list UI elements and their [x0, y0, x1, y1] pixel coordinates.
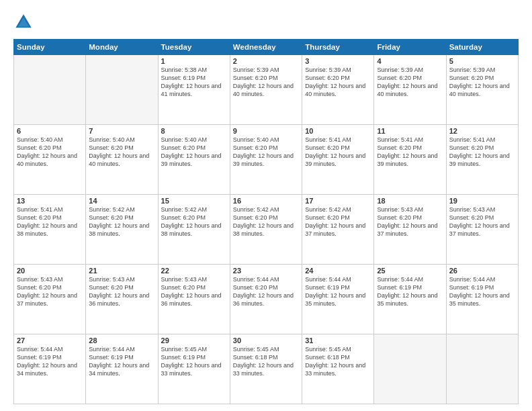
- day-number: 15: [161, 197, 227, 205]
- day-number: 12: [449, 127, 515, 135]
- day-info: Sunrise: 5:42 AM Sunset: 6:20 PM Dayligh…: [305, 205, 371, 238]
- calendar-cell: 24Sunrise: 5:44 AM Sunset: 6:19 PM Dayli…: [302, 265, 374, 334]
- calendar-cell: 6Sunrise: 5:40 AM Sunset: 6:20 PM Daylig…: [14, 125, 86, 195]
- day-number: 1: [161, 57, 227, 65]
- day-number: 20: [17, 267, 83, 275]
- day-number: 8: [161, 127, 227, 135]
- day-info: Sunrise: 5:42 AM Sunset: 6:20 PM Dayligh…: [161, 205, 227, 238]
- calendar-header-tuesday: Tuesday: [158, 40, 230, 55]
- day-info: Sunrise: 5:43 AM Sunset: 6:20 PM Dayligh…: [89, 275, 154, 308]
- day-info: Sunrise: 5:45 AM Sunset: 6:18 PM Dayligh…: [233, 345, 299, 378]
- calendar-cell: 15Sunrise: 5:42 AM Sunset: 6:20 PM Dayli…: [158, 195, 230, 265]
- day-info: Sunrise: 5:44 AM Sunset: 6:19 PM Dayligh…: [17, 345, 83, 378]
- day-info: Sunrise: 5:38 AM Sunset: 6:19 PM Dayligh…: [161, 66, 227, 99]
- day-info: Sunrise: 5:40 AM Sunset: 6:20 PM Dayligh…: [233, 136, 299, 169]
- day-number: 29: [161, 336, 227, 345]
- day-info: Sunrise: 5:43 AM Sunset: 6:20 PM Dayligh…: [161, 275, 227, 308]
- calendar-header-sunday: Sunday: [14, 40, 86, 55]
- calendar-week-1: 6Sunrise: 5:40 AM Sunset: 6:20 PM Daylig…: [14, 125, 519, 195]
- calendar-cell: 13Sunrise: 5:41 AM Sunset: 6:20 PM Dayli…: [14, 195, 86, 265]
- day-number: 26: [449, 267, 515, 275]
- logo: [13, 12, 36, 32]
- day-info: Sunrise: 5:39 AM Sunset: 6:20 PM Dayligh…: [377, 66, 443, 99]
- day-info: Sunrise: 5:44 AM Sunset: 6:19 PM Dayligh…: [89, 345, 154, 378]
- calendar-week-4: 27Sunrise: 5:44 AM Sunset: 6:19 PM Dayli…: [14, 334, 519, 404]
- calendar-cell: 9Sunrise: 5:40 AM Sunset: 6:20 PM Daylig…: [230, 125, 302, 195]
- day-number: 5: [449, 57, 515, 65]
- day-number: 31: [305, 336, 371, 345]
- calendar-cell: [374, 334, 446, 404]
- calendar-cell: 17Sunrise: 5:42 AM Sunset: 6:20 PM Dayli…: [302, 195, 374, 265]
- page: SundayMondayTuesdayWednesdayThursdayFrid…: [0, 0, 532, 411]
- calendar-header-thursday: Thursday: [302, 40, 374, 55]
- day-number: 19: [449, 197, 515, 205]
- day-info: Sunrise: 5:41 AM Sunset: 6:20 PM Dayligh…: [449, 136, 515, 169]
- calendar-cell: 16Sunrise: 5:42 AM Sunset: 6:20 PM Dayli…: [230, 195, 302, 265]
- day-number: 11: [377, 127, 443, 135]
- day-info: Sunrise: 5:45 AM Sunset: 6:19 PM Dayligh…: [161, 345, 227, 378]
- day-number: 18: [377, 197, 443, 205]
- calendar-header-friday: Friday: [374, 40, 446, 55]
- day-number: 13: [17, 197, 83, 205]
- day-info: Sunrise: 5:44 AM Sunset: 6:19 PM Dayligh…: [377, 275, 443, 308]
- calendar-cell: 1Sunrise: 5:38 AM Sunset: 6:19 PM Daylig…: [158, 55, 230, 125]
- day-info: Sunrise: 5:42 AM Sunset: 6:20 PM Dayligh…: [89, 205, 154, 238]
- calendar-cell: 19Sunrise: 5:43 AM Sunset: 6:20 PM Dayli…: [446, 195, 518, 265]
- day-number: 25: [377, 267, 443, 275]
- calendar-cell: 23Sunrise: 5:44 AM Sunset: 6:20 PM Dayli…: [230, 265, 302, 334]
- calendar-cell: [446, 334, 518, 404]
- day-info: Sunrise: 5:42 AM Sunset: 6:20 PM Dayligh…: [233, 205, 299, 238]
- header: [13, 12, 519, 32]
- day-number: 16: [233, 197, 299, 205]
- calendar-cell: 28Sunrise: 5:44 AM Sunset: 6:19 PM Dayli…: [86, 334, 158, 404]
- calendar-cell: 5Sunrise: 5:39 AM Sunset: 6:20 PM Daylig…: [446, 55, 518, 125]
- day-number: 2: [233, 57, 299, 65]
- day-info: Sunrise: 5:45 AM Sunset: 6:18 PM Dayligh…: [305, 345, 371, 378]
- day-number: 3: [305, 57, 371, 65]
- day-info: Sunrise: 5:40 AM Sunset: 6:20 PM Dayligh…: [17, 136, 83, 169]
- calendar-cell: 26Sunrise: 5:44 AM Sunset: 6:19 PM Dayli…: [446, 265, 518, 334]
- calendar-cell: 22Sunrise: 5:43 AM Sunset: 6:20 PM Dayli…: [158, 265, 230, 334]
- calendar-week-2: 13Sunrise: 5:41 AM Sunset: 6:20 PM Dayli…: [14, 195, 519, 265]
- calendar-cell: 20Sunrise: 5:43 AM Sunset: 6:20 PM Dayli…: [14, 265, 86, 334]
- calendar-cell: 31Sunrise: 5:45 AM Sunset: 6:18 PM Dayli…: [302, 334, 374, 404]
- day-info: Sunrise: 5:40 AM Sunset: 6:20 PM Dayligh…: [89, 136, 154, 169]
- day-info: Sunrise: 5:39 AM Sunset: 6:20 PM Dayligh…: [449, 66, 515, 99]
- day-number: 4: [377, 57, 443, 65]
- day-info: Sunrise: 5:39 AM Sunset: 6:20 PM Dayligh…: [305, 66, 371, 99]
- calendar-header-row: SundayMondayTuesdayWednesdayThursdayFrid…: [14, 40, 519, 55]
- calendar-cell: [86, 55, 158, 125]
- calendar-cell: 14Sunrise: 5:42 AM Sunset: 6:20 PM Dayli…: [86, 195, 158, 265]
- calendar-header-monday: Monday: [86, 40, 158, 55]
- day-number: 17: [305, 197, 371, 205]
- day-info: Sunrise: 5:41 AM Sunset: 6:20 PM Dayligh…: [377, 136, 443, 169]
- calendar-cell: 4Sunrise: 5:39 AM Sunset: 6:20 PM Daylig…: [374, 55, 446, 125]
- calendar-cell: 29Sunrise: 5:45 AM Sunset: 6:19 PM Dayli…: [158, 334, 230, 404]
- calendar-cell: 21Sunrise: 5:43 AM Sunset: 6:20 PM Dayli…: [86, 265, 158, 334]
- calendar-cell: 3Sunrise: 5:39 AM Sunset: 6:20 PM Daylig…: [302, 55, 374, 125]
- day-number: 23: [233, 267, 299, 275]
- calendar-cell: 12Sunrise: 5:41 AM Sunset: 6:20 PM Dayli…: [446, 125, 518, 195]
- day-number: 22: [161, 267, 227, 275]
- calendar-header-wednesday: Wednesday: [230, 40, 302, 55]
- day-info: Sunrise: 5:44 AM Sunset: 6:19 PM Dayligh…: [305, 275, 371, 308]
- calendar-cell: 11Sunrise: 5:41 AM Sunset: 6:20 PM Dayli…: [374, 125, 446, 195]
- calendar-cell: 30Sunrise: 5:45 AM Sunset: 6:18 PM Dayli…: [230, 334, 302, 404]
- day-number: 28: [89, 336, 154, 345]
- day-number: 14: [89, 197, 154, 205]
- calendar-week-0: 1Sunrise: 5:38 AM Sunset: 6:19 PM Daylig…: [14, 55, 519, 125]
- day-info: Sunrise: 5:41 AM Sunset: 6:20 PM Dayligh…: [305, 136, 371, 169]
- day-number: 6: [17, 127, 83, 135]
- calendar-cell: 27Sunrise: 5:44 AM Sunset: 6:19 PM Dayli…: [14, 334, 86, 404]
- logo-icon: [13, 12, 34, 32]
- calendar-cell: [14, 55, 86, 125]
- calendar-cell: 18Sunrise: 5:43 AM Sunset: 6:20 PM Dayli…: [374, 195, 446, 265]
- calendar-cell: 8Sunrise: 5:40 AM Sunset: 6:20 PM Daylig…: [158, 125, 230, 195]
- day-info: Sunrise: 5:43 AM Sunset: 6:20 PM Dayligh…: [17, 275, 83, 308]
- calendar-cell: 25Sunrise: 5:44 AM Sunset: 6:19 PM Dayli…: [374, 265, 446, 334]
- day-number: 21: [89, 267, 154, 275]
- calendar-header-saturday: Saturday: [446, 40, 518, 55]
- calendar-cell: 7Sunrise: 5:40 AM Sunset: 6:20 PM Daylig…: [86, 125, 158, 195]
- day-number: 24: [305, 267, 371, 275]
- day-info: Sunrise: 5:44 AM Sunset: 6:20 PM Dayligh…: [233, 275, 299, 308]
